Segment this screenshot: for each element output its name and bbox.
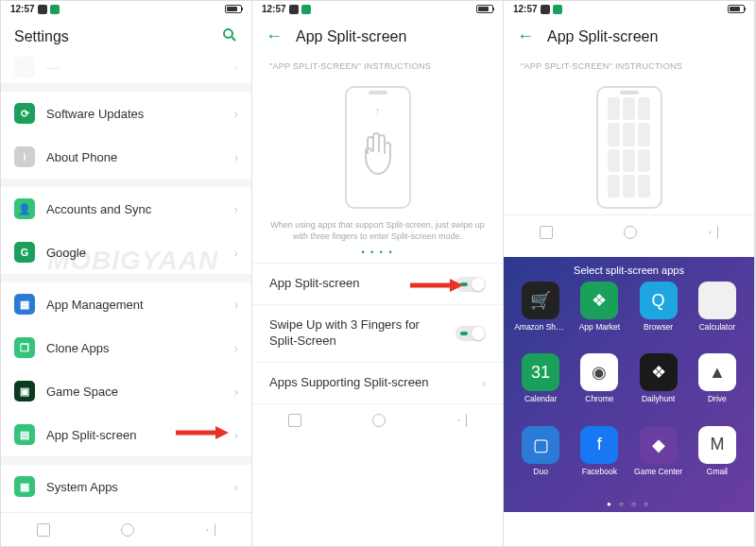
update-icon: ⟳ [14, 103, 35, 124]
battery-icon [728, 5, 745, 13]
app-icon: ❖ [640, 353, 678, 391]
app-icon: 🛒 [522, 282, 559, 319]
list-item-system-apps[interactable]: ▦ System Apps › [1, 465, 251, 508]
toggle-app-split-screen[interactable]: App Split-screen [252, 263, 503, 304]
back-icon[interactable]: ← [266, 26, 283, 46]
app-grid: 🛒Amazon Shop…❖App MarketQBrowserCalculat… [507, 282, 750, 496]
list-item-about-phone[interactable]: i About Phone › [1, 135, 251, 179]
header: Settings [1, 17, 251, 57]
chevron-right-icon: › [234, 202, 238, 216]
app-icon: ◉ [580, 353, 618, 391]
app-item[interactable]: ▢Duo [513, 426, 568, 496]
chevron-right-icon: › [234, 385, 238, 399]
app-item[interactable]: 🛒Amazon Shop… [513, 282, 568, 351]
app-label: Chrome [585, 394, 613, 403]
list-item-app-management[interactable]: ▦ App Management › [1, 282, 251, 326]
overlay-title: Select split-screen apps [507, 265, 750, 282]
page-indicator: ● ○ ○ ○ [507, 496, 750, 512]
chevron-right-icon: › [234, 150, 238, 164]
list-item-software-updates[interactable]: ⟳ Software Updates › [1, 92, 251, 135]
app-item[interactable]: ◆Game Center [631, 426, 686, 496]
recents-button[interactable] [540, 226, 553, 239]
hand-icon [356, 125, 400, 190]
chevron-right-icon: › [482, 376, 486, 390]
app-icon [698, 282, 736, 319]
app-item[interactable]: ▲Drive [690, 353, 745, 423]
navigation-bar [1, 512, 251, 546]
header: ← App Split-screen [252, 17, 503, 56]
app-icon: M [698, 426, 736, 464]
list-item-clone-apps[interactable]: ❐ Clone Apps › [1, 326, 251, 369]
app-icon: 31 [522, 353, 559, 391]
app-label: Calculator [699, 322, 735, 332]
app-item[interactable]: ❖Dailyhunt [631, 353, 686, 423]
home-button[interactable] [624, 226, 637, 239]
status-icon [289, 5, 299, 14]
app-label: Drive [708, 394, 727, 403]
account-icon: 👤 [14, 198, 35, 219]
settings-list: —› ⟳ Software Updates › i About Phone › … [1, 57, 251, 512]
divider [1, 274, 251, 282]
divider [1, 83, 251, 92]
google-icon: G [14, 242, 35, 263]
app-icon: ◆ [640, 426, 678, 464]
row-apps-supporting-split[interactable]: Apps Supporting Split-screen › [252, 362, 503, 403]
app-label: App Market [579, 322, 620, 332]
app-icon: Q [640, 282, 678, 319]
apps-icon: ▦ [14, 294, 35, 315]
status-time: 12:57 [513, 4, 538, 14]
chevron-right-icon: › [234, 480, 238, 494]
status-icon [50, 5, 60, 14]
toggle-swipe-3-fingers[interactable]: Swipe Up with 3 Fingers for Split-Screen [252, 304, 503, 362]
list-item-app-split-screen[interactable]: ▤ App Split-screen › [1, 413, 251, 456]
app-item[interactable]: ❖App Market [572, 282, 627, 351]
clone-icon: ❐ [14, 337, 35, 358]
app-icon: ▢ [522, 426, 559, 464]
screen-select-apps: 12:57 ← App Split-screen "APP SPLIT-SCRE… [504, 1, 755, 546]
app-item[interactable]: fFacebook [572, 426, 627, 496]
app-item[interactable]: Calculator [690, 282, 745, 351]
app-item[interactable]: QBrowser [631, 282, 686, 351]
battery-icon [476, 5, 493, 13]
battery-icon [225, 5, 242, 13]
back-button[interactable] [206, 523, 215, 537]
back-button[interactable] [709, 226, 718, 239]
app-item[interactable]: MGmail [690, 426, 745, 496]
list-item-accounts-sync[interactable]: 👤 Accounts and Sync › [1, 187, 251, 231]
app-icon: f [580, 426, 618, 464]
recents-button[interactable] [288, 414, 301, 427]
app-label: Browser [644, 322, 673, 332]
app-label: Calendar [524, 394, 558, 403]
app-label: Game Center [634, 467, 682, 476]
status-icon [541, 5, 550, 14]
status-icon [38, 5, 47, 14]
info-icon: i [14, 146, 35, 167]
chevron-right-icon: › [234, 428, 238, 442]
hint-text: When using apps that support Split-scree… [252, 214, 503, 248]
app-item[interactable]: 31Calendar [513, 353, 568, 423]
app-item[interactable]: ◉Chrome [572, 353, 627, 423]
search-icon[interactable] [221, 26, 238, 47]
list-item-google[interactable]: G Google › [1, 231, 251, 274]
header: ← App Split-screen [504, 17, 754, 56]
navigation-bar [252, 403, 503, 437]
recents-button[interactable] [37, 523, 50, 537]
list-item-game-space[interactable]: ▣ Game Space › [1, 369, 251, 413]
app-label: Gmail [707, 467, 728, 476]
section-label: "APP SPLIT-SCREEN" INSTRUCTIONS [504, 56, 754, 77]
phone-illustration [596, 86, 662, 209]
home-button[interactable] [372, 414, 386, 427]
back-icon[interactable]: ← [517, 26, 534, 46]
home-button[interactable] [121, 523, 134, 537]
status-icon [301, 5, 311, 14]
game-icon: ▣ [14, 381, 35, 402]
screen-split-settings: 12:57 ← App Split-screen "APP SPLIT-SCRE… [252, 1, 504, 546]
section-label: "APP SPLIT-SCREEN" INSTRUCTIONS [252, 56, 503, 77]
back-button[interactable] [457, 414, 467, 427]
chevron-right-icon: › [234, 341, 238, 355]
toggle-switch[interactable] [455, 326, 486, 341]
list-item[interactable]: —› [1, 57, 251, 83]
toggle-switch[interactable] [455, 277, 486, 292]
divider [1, 456, 251, 465]
illustration: ↑ [252, 77, 503, 214]
